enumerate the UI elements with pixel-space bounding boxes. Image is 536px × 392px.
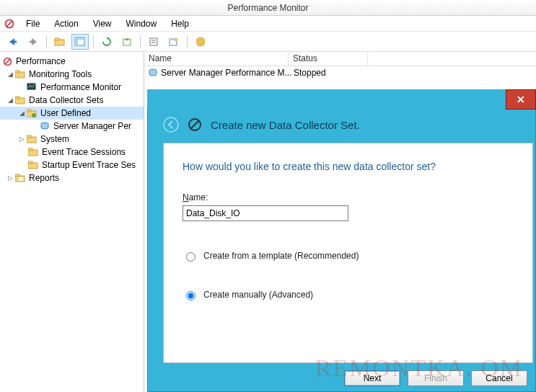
svg-rect-30	[28, 148, 32, 151]
nav-tree: Performance ◢ Monitoring Tools Performan…	[0, 52, 144, 392]
svg-rect-34	[15, 174, 19, 177]
menu-window[interactable]: Window	[120, 17, 163, 30]
folder-startup-icon	[27, 159, 39, 171]
wizard-buttons: Next Finish Cancel	[344, 370, 527, 386]
tree-user-defined-child[interactable]: Server Manager Per	[0, 120, 144, 133]
wizard-titlebar: ✕	[147, 89, 536, 110]
menu-file[interactable]: File	[20, 17, 45, 30]
svg-line-17	[5, 59, 10, 64]
tree-label: User Defined	[40, 108, 91, 118]
col-status[interactable]: Status	[289, 52, 368, 66]
tree-label: Performance Monitor	[40, 82, 121, 92]
col-name[interactable]: Name	[144, 52, 289, 66]
list-row[interactable]: Server Manager Performance M... Stopped	[144, 66, 536, 79]
close-icon: ✕	[517, 94, 525, 105]
window-title: Performance Monitor	[227, 3, 308, 13]
properties-button[interactable]	[145, 34, 162, 50]
twisty-open-icon[interactable]: ◢	[6, 97, 14, 104]
svg-rect-28	[27, 135, 31, 138]
back-circle-icon	[163, 117, 179, 133]
toolbar-separator	[46, 35, 47, 48]
refresh-icon	[102, 37, 112, 47]
menu-help[interactable]: Help	[165, 17, 195, 30]
radio-template-label: Create from a template (Recommended)	[203, 251, 359, 261]
svg-line-39	[191, 121, 199, 129]
svg-rect-32	[28, 161, 32, 164]
svg-rect-19	[15, 71, 19, 73]
toolbar-separator	[93, 35, 94, 48]
tree-reports[interactable]: ▷ Reports	[0, 172, 144, 184]
folder-reports-icon	[14, 172, 26, 184]
radio-template-input[interactable]	[186, 252, 195, 262]
svg-rect-10	[150, 38, 157, 45]
tree-label: System	[40, 134, 69, 144]
twisty-open-icon[interactable]: ◢	[17, 110, 26, 117]
svg-rect-2	[13, 40, 17, 43]
svg-line-1	[7, 21, 12, 26]
new-window-button[interactable]	[165, 34, 183, 50]
toolbar	[0, 32, 536, 52]
svg-rect-35	[19, 177, 23, 181]
tree-user-defined[interactable]: ◢ User Defined	[0, 107, 144, 120]
export-button[interactable]	[118, 34, 136, 50]
tree-label: Performance	[16, 56, 66, 66]
wizard-close-button[interactable]: ✕	[506, 89, 536, 110]
twisty-closed-icon[interactable]: ▷	[17, 135, 26, 143]
cancel-button[interactable]: Cancel	[471, 370, 527, 386]
next-button[interactable]: Next	[344, 370, 400, 386]
folder-system-icon	[26, 133, 38, 145]
menu-bar: File Action View Window Help	[0, 16, 536, 32]
name-input[interactable]	[183, 205, 348, 221]
tree-perfmon[interactable]: Performance Monitor	[0, 81, 144, 94]
radio-manual-input[interactable]	[186, 291, 195, 300]
wizard-header: Create new Data Collector Set.	[147, 110, 536, 144]
toolbar-separator	[187, 35, 188, 48]
tree-monitoring-tools[interactable]: ◢ Monitoring Tools	[0, 68, 144, 81]
tree-label: Reports	[29, 173, 59, 183]
monitor-icon	[26, 81, 38, 93]
svg-rect-5	[55, 38, 59, 40]
toolbar-separator	[140, 35, 141, 48]
tree-system[interactable]: ▷ System	[0, 133, 144, 146]
tree-label: Data Collector Sets	[29, 95, 103, 105]
twisty-open-icon[interactable]: ◢	[6, 71, 14, 78]
collector-icon	[149, 68, 158, 77]
row-status: Stopped	[294, 68, 373, 78]
window-title-bar: Performance Monitor	[0, 0, 536, 16]
prohibit-icon	[1, 55, 13, 67]
radio-template[interactable]: Create from a template (Recommended)	[183, 250, 514, 262]
forward-button[interactable]	[25, 34, 42, 50]
svg-rect-24	[27, 110, 31, 112]
wizard-question: How would you like to create this new da…	[183, 161, 514, 172]
back-button[interactable]	[4, 34, 22, 50]
wizard-title: Create new Data Collector Set.	[211, 119, 360, 131]
properties-icon	[149, 37, 159, 47]
twisty-closed-icon[interactable]: ▷	[6, 174, 14, 182]
show-hide-tree-button[interactable]	[71, 34, 89, 50]
app-icon	[4, 19, 14, 29]
folder-up-button[interactable]	[51, 34, 69, 50]
menu-view[interactable]: View	[87, 17, 118, 30]
svg-point-25	[32, 113, 36, 117]
finish-button[interactable]: Finish	[408, 370, 464, 386]
tree-sets[interactable]: Startup Event Trace Ses	[0, 159, 144, 172]
tree-label: Startup Event Trace Ses	[42, 160, 136, 170]
folder-trace-icon	[27, 146, 39, 158]
tree-label: Server Manager Per	[53, 121, 131, 131]
radio-manual-label: Create manually (Advanced)	[203, 290, 313, 300]
collector-icon	[39, 120, 50, 132]
tree-ets[interactable]: Event Trace Sessions	[0, 146, 144, 159]
panel-icon	[74, 37, 86, 47]
row-name: Server Manager Performance M...	[161, 68, 294, 78]
wizard-dialog: ✕ Create new Data Collector Set. How wou…	[147, 89, 536, 392]
name-label: Name:	[183, 192, 514, 202]
db-icon	[195, 37, 206, 47]
svg-rect-3	[30, 40, 33, 43]
folder-data-icon	[14, 94, 26, 106]
refresh-button[interactable]	[98, 34, 115, 50]
help-button[interactable]	[192, 34, 209, 50]
tree-root[interactable]: Performance	[0, 55, 144, 68]
menu-action[interactable]: Action	[48, 17, 84, 30]
radio-manual[interactable]: Create manually (Advanced)	[183, 289, 514, 300]
tree-dcs[interactable]: ◢ Data Collector Sets	[0, 94, 144, 107]
